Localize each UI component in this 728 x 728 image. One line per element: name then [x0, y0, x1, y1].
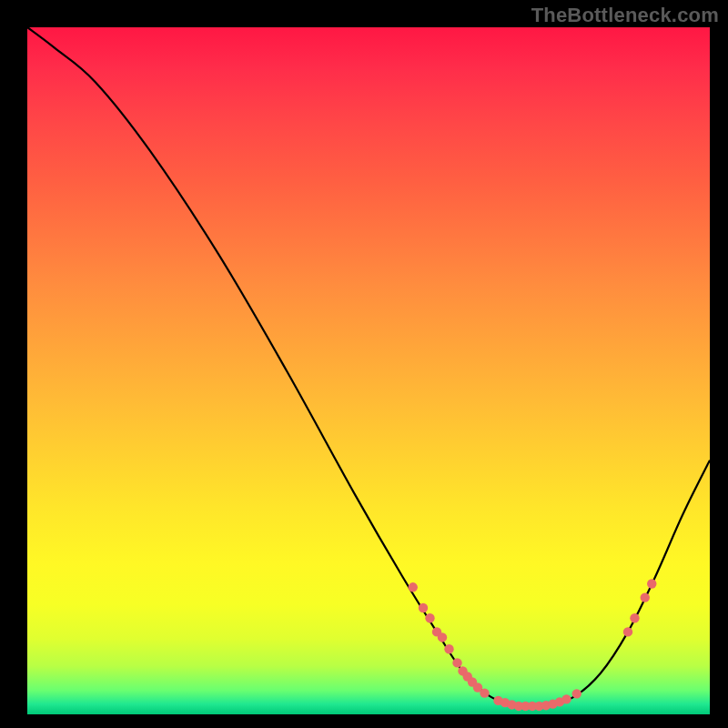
data-marker [438, 632, 447, 642]
data-marker [647, 579, 656, 588]
watermark-text: TheBottleneck.com [531, 4, 719, 27]
data-marker [630, 613, 639, 622]
data-marker [444, 644, 453, 653]
chart-container: TheBottleneck.com [0, 0, 728, 728]
data-marker [452, 658, 461, 667]
data-marker [419, 603, 428, 612]
bottleneck-chart [0, 0, 728, 728]
data-marker [623, 627, 632, 636]
data-marker [409, 582, 418, 592]
data-marker [641, 592, 650, 602]
data-marker [425, 613, 434, 622]
data-marker [572, 689, 581, 698]
data-marker [561, 694, 571, 703]
data-marker [480, 688, 489, 697]
plot-background [27, 27, 710, 714]
